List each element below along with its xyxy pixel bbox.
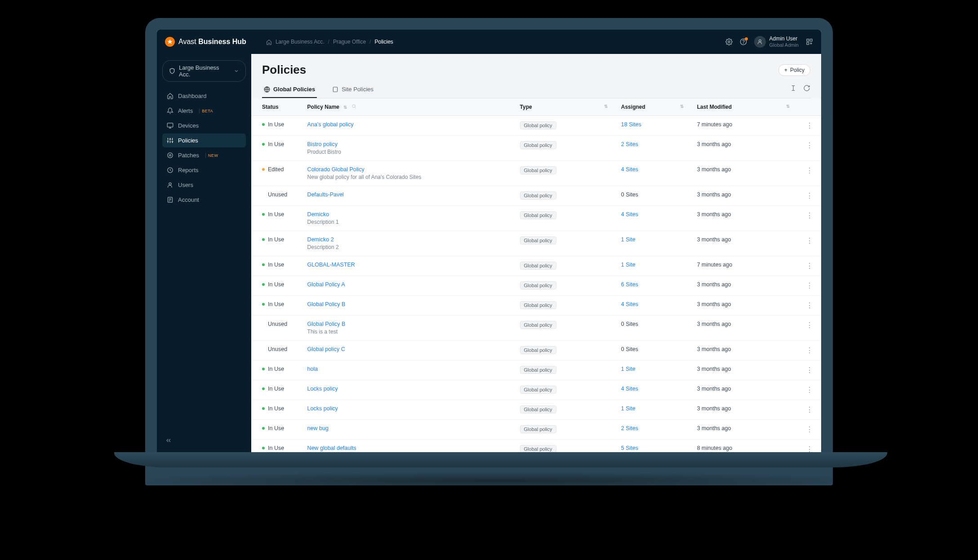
status-label: In Use	[268, 405, 284, 412]
patch-icon	[167, 152, 173, 159]
row-menu-icon[interactable]: ⋮	[806, 366, 813, 374]
assigned-link[interactable]: 6 Sites	[621, 281, 638, 288]
row-menu-icon[interactable]: ⋮	[806, 142, 813, 149]
policy-link[interactable]: Global Policy A	[307, 281, 345, 288]
status-cell: Unused	[262, 191, 297, 198]
assigned-link[interactable]: 1 Site	[621, 405, 636, 412]
sort-icon[interactable]: ⇅	[680, 104, 684, 109]
modified-cell: 3 months ago	[692, 276, 798, 296]
col-policy-name[interactable]: Policy Name ⇅	[302, 98, 515, 116]
row-menu-icon[interactable]: ⋮	[806, 347, 813, 354]
settings-icon[interactable]	[725, 38, 733, 45]
policy-link[interactable]: hola	[307, 366, 318, 372]
assigned-link[interactable]: 4 Sites	[621, 166, 638, 173]
policy-description: Product Bistro	[307, 149, 509, 155]
table-row: In UseholaGlobal policy1 Site3 months ag…	[251, 360, 821, 380]
modified-cell: 3 months ago	[692, 231, 798, 256]
policy-link[interactable]: Global Policy B	[307, 301, 346, 307]
assigned-link[interactable]: 1 Site	[621, 262, 636, 268]
policy-link[interactable]: new bug	[307, 425, 329, 431]
home-icon[interactable]	[266, 39, 272, 45]
policy-link[interactable]: Locks policy	[307, 386, 338, 392]
row-menu-icon[interactable]: ⋮	[806, 426, 813, 433]
policy-link[interactable]: Demicko 2	[307, 236, 334, 243]
row-menu-icon[interactable]: ⋮	[806, 386, 813, 394]
assigned-link[interactable]: 4 Sites	[621, 211, 638, 218]
brand-name-light: Avast	[178, 38, 196, 45]
assigned-link[interactable]: 4 Sites	[621, 386, 638, 392]
col-type[interactable]: Type ⇅	[515, 98, 616, 116]
policy-link[interactable]: Bistro policy	[307, 141, 338, 147]
table-row: In UseAna's global policyGlobal policy18…	[251, 116, 821, 136]
sidebar-item-alerts[interactable]: AlertsBETA	[162, 104, 246, 118]
search-icon[interactable]	[351, 105, 356, 110]
tab-site-policies[interactable]: Site Policies	[330, 81, 375, 98]
assigned-link[interactable]: 2 Sites	[621, 425, 638, 431]
policy-link[interactable]: New global defaults	[307, 445, 356, 451]
row-menu-icon[interactable]: ⋮	[806, 321, 813, 329]
row-menu-icon[interactable]: ⋮	[806, 167, 813, 174]
modified-cell: 3 months ago	[692, 206, 798, 231]
assigned-link[interactable]: 18 Sites	[621, 121, 641, 128]
row-menu-icon[interactable]: ⋮	[806, 282, 813, 289]
status-label: Unused	[268, 321, 287, 327]
status-label: In Use	[268, 211, 284, 218]
type-chip: Global policy	[520, 386, 556, 394]
row-menu-icon[interactable]: ⋮	[806, 122, 813, 129]
row-menu-icon[interactable]: ⋮	[806, 192, 813, 200]
row-menu-icon[interactable]: ⋮	[806, 302, 813, 309]
sidebar-item-reports[interactable]: Reports	[162, 163, 246, 177]
policy-link[interactable]: Locks policy	[307, 405, 338, 412]
help-icon[interactable]	[740, 38, 747, 45]
assigned-link[interactable]: 1 Site	[621, 236, 636, 243]
policy-link[interactable]: Demicko	[307, 211, 329, 218]
sidebar-item-patches[interactable]: PatchesNEW	[162, 148, 246, 162]
type-chip: Global policy	[520, 405, 556, 413]
rename-icon[interactable]	[790, 84, 797, 92]
sort-icon[interactable]: ⇅	[604, 104, 608, 109]
row-menu-icon[interactable]: ⋮	[806, 237, 813, 244]
refresh-icon[interactable]	[803, 84, 810, 92]
sidebar-item-account[interactable]: Account	[162, 193, 246, 207]
policy-link[interactable]: Colorado Global Policy	[307, 166, 365, 173]
row-menu-icon[interactable]: ⋮	[806, 406, 813, 413]
policy-link[interactable]: GLOBAL-MASTER	[307, 262, 355, 268]
col-assigned[interactable]: Assigned ⇅	[616, 98, 692, 116]
user-menu[interactable]: Admin User Global Admin	[754, 36, 799, 48]
assigned-link[interactable]: 5 Sites	[621, 445, 638, 451]
add-policy-button[interactable]: + Policy	[778, 64, 810, 76]
sidebar: Large Business Acc. DashboardAlertsBETAD…	[157, 54, 251, 453]
assigned-link[interactable]: 2 Sites	[621, 141, 638, 147]
col-last-modified[interactable]: Last Modified ⇅	[692, 98, 798, 116]
home-icon	[167, 93, 173, 99]
table-row: EditedColorado Global PolicyNew global p…	[251, 161, 821, 186]
col-actions	[798, 98, 821, 116]
sidebar-item-users[interactable]: Users	[162, 178, 246, 192]
status-dot-icon	[262, 283, 265, 286]
assigned-link[interactable]: 1 Site	[621, 366, 636, 372]
status-dot-icon	[262, 407, 265, 410]
row-menu-icon[interactable]: ⋮	[806, 262, 813, 270]
sidebar-item-dashboard[interactable]: Dashboard	[162, 89, 246, 103]
assigned-link[interactable]: 4 Sites	[621, 301, 638, 307]
account-selector[interactable]: Large Business Acc.	[162, 60, 246, 82]
col-status[interactable]: Status	[251, 98, 302, 116]
modified-cell: 3 months ago	[692, 380, 798, 400]
policy-link[interactable]: Ana's global policy	[307, 121, 354, 128]
policy-link[interactable]: Global policy C	[307, 346, 345, 352]
sidebar-item-policies[interactable]: Policies	[162, 133, 246, 147]
apps-icon[interactable]	[806, 38, 813, 45]
tab-global-policies[interactable]: Global Policies	[262, 81, 317, 98]
sort-icon[interactable]: ⇅	[343, 105, 347, 110]
collapse-sidebar-icon[interactable]	[162, 434, 246, 447]
sort-icon[interactable]: ⇅	[786, 104, 790, 109]
row-menu-icon[interactable]: ⋮	[806, 212, 813, 219]
policy-link[interactable]: Global Policy B	[307, 321, 346, 327]
globe-icon	[264, 86, 270, 93]
sidebar-item-devices[interactable]: Devices	[162, 119, 246, 133]
policy-link[interactable]: Defaults-Pavel	[307, 191, 344, 198]
breadcrumb-account[interactable]: Large Business Acc.	[276, 39, 325, 45]
status-cell: In Use	[262, 281, 297, 288]
breadcrumb-site[interactable]: Prague Office	[333, 39, 366, 45]
table-row: In UseBistro policyProduct BistroGlobal …	[251, 136, 821, 161]
